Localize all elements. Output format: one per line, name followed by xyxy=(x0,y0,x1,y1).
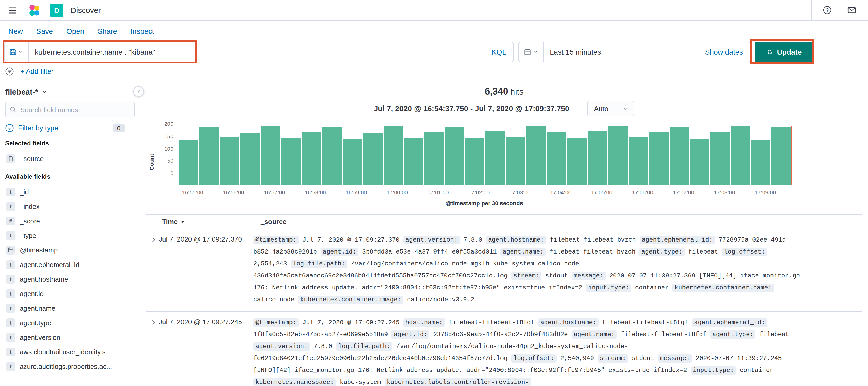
doc-timestamp: Jul 7, 2020 @ 17:09:27.245 xyxy=(159,316,253,386)
text-field-icon: t xyxy=(6,304,15,313)
histogram-bar-7[interactable] xyxy=(322,127,342,185)
text-field-icon: t xyxy=(6,274,15,284)
histogram-bar-2[interactable] xyxy=(220,137,239,185)
text-field-icon: t xyxy=(6,187,15,196)
calendar-menu-button[interactable] xyxy=(519,42,544,62)
expand-row-button[interactable] xyxy=(146,234,159,306)
histogram-bar-28[interactable] xyxy=(751,140,771,185)
collapse-sidebar-button[interactable] xyxy=(133,86,144,97)
field-item-azure.auditlogs.properties.ac...[interactable]: tazure.auditlogs.properties.ac... xyxy=(5,359,135,374)
nav-open-link[interactable]: Open xyxy=(66,27,84,35)
histogram-bar-15[interactable] xyxy=(486,131,505,185)
y-tick-50: 50 xyxy=(149,158,174,164)
field-item-_source[interactable]: _source xyxy=(5,151,135,166)
chevron-left-icon xyxy=(136,89,141,94)
x-tick-17:04:00: 17:04:00 xyxy=(550,189,571,195)
field-item-_score[interactable]: #_score xyxy=(5,213,135,228)
histogram-bar-12[interactable] xyxy=(424,132,444,185)
field-item-agent.type[interactable]: tagent.type xyxy=(5,315,135,330)
column-header-time[interactable]: Time xyxy=(162,218,260,226)
field-item-agent.hostname[interactable]: tagent.hostname xyxy=(5,272,135,286)
search-bar-row: kubernetes.container.name : "kibana" KQL… xyxy=(0,41,868,62)
show-dates-link[interactable]: Show dates xyxy=(705,48,750,56)
field-key-badge: agent.type: xyxy=(710,330,755,339)
histogram-bar-27[interactable] xyxy=(731,126,750,185)
histogram-bar-4[interactable] xyxy=(261,126,280,185)
histogram-bar-21[interactable] xyxy=(608,126,628,185)
histogram-chart[interactable]: Count 050100150200 16:55:0016:56:0016:57… xyxy=(146,118,862,209)
field-item-agent.name[interactable]: tagent.name xyxy=(5,301,135,315)
elastic-logo[interactable] xyxy=(26,2,42,19)
field-search xyxy=(5,102,135,117)
histogram-bar-26[interactable] xyxy=(710,132,730,185)
field-key-badge: stream: xyxy=(598,354,628,363)
search-icon xyxy=(9,106,17,113)
histogram-bar-10[interactable] xyxy=(383,126,403,185)
nav-save-link[interactable]: Save xyxy=(36,27,53,35)
field-item-_type[interactable]: t_type xyxy=(5,228,135,243)
query-language-button[interactable]: KQL xyxy=(484,48,514,56)
field-item-agent.id[interactable]: tagent.id xyxy=(5,286,135,301)
field-item-@timestamp[interactable]: @timestamp xyxy=(5,243,135,257)
table-row[interactable]: Jul 7, 2020 @ 17:09:27.370@timestamp: Ju… xyxy=(146,229,862,312)
nav-inspect-link[interactable]: Inspect xyxy=(130,27,154,35)
add-filter-link[interactable]: + Add filter xyxy=(20,67,54,75)
index-pattern-selector[interactable]: filebeat-* xyxy=(5,87,135,102)
histogram-bar-24[interactable] xyxy=(670,127,689,185)
field-search-input[interactable] xyxy=(5,102,135,117)
time-range-label[interactable]: Last 15 minutes xyxy=(544,48,705,56)
histogram-bar-29[interactable] xyxy=(772,127,791,185)
histogram-bar-23[interactable] xyxy=(649,132,669,185)
histogram-bar-8[interactable] xyxy=(343,139,362,185)
field-item-aws.cloudtrail.user_identity.s...[interactable]: taws.cloudtrail.user_identity.s... xyxy=(5,345,135,359)
refresh-icon xyxy=(766,48,774,56)
field-name: _source xyxy=(20,154,44,162)
field-item-_index[interactable]: t_index xyxy=(5,199,135,213)
feedback-button[interactable] xyxy=(846,4,858,16)
histogram-bar-0[interactable] xyxy=(179,140,198,185)
nav-new-link[interactable]: New xyxy=(8,27,23,35)
text-field-icon: t xyxy=(6,231,15,240)
histogram-bar-16[interactable] xyxy=(506,137,526,185)
histogram-bar-25[interactable] xyxy=(690,139,709,185)
date-field-icon xyxy=(6,245,15,254)
x-tick-16:57:00: 16:57:00 xyxy=(264,189,285,195)
histogram-bar-1[interactable] xyxy=(199,127,219,185)
histogram-bar-11[interactable] xyxy=(404,138,423,185)
page-title: Discover xyxy=(71,6,101,14)
field-key-badge: message: xyxy=(571,272,606,280)
fields-sidebar: filebeat-* Filter by type 0 Selected fie… xyxy=(0,81,141,386)
interval-select[interactable]: Auto xyxy=(587,101,634,116)
field-item-agent.ephemeral_id[interactable]: tagent.ephemeral_id xyxy=(5,257,135,272)
table-row[interactable]: Jul 7, 2020 @ 17:09:27.245@timestamp: Ju… xyxy=(146,312,862,386)
field-item-_id[interactable]: t_id xyxy=(5,184,135,199)
nav-share-link[interactable]: Share xyxy=(98,27,117,35)
field-item-agent.version[interactable]: tagent.version xyxy=(5,330,135,345)
histogram-bar-5[interactable] xyxy=(281,138,301,185)
y-tick-200: 200 xyxy=(149,121,174,127)
text-field-icon: t xyxy=(6,362,15,371)
histogram-bar-6[interactable] xyxy=(302,132,321,185)
histogram-bar-14[interactable] xyxy=(465,138,485,185)
source-doc-icon xyxy=(8,156,13,161)
histogram-bar-17[interactable] xyxy=(526,126,546,185)
histogram-bar-9[interactable] xyxy=(363,133,382,185)
text-field-icon: t xyxy=(6,333,15,342)
histogram-bar-3[interactable] xyxy=(240,133,260,185)
histogram-bar-18[interactable] xyxy=(547,132,566,185)
histogram-bar-22[interactable] xyxy=(629,137,648,185)
save-query-button[interactable] xyxy=(5,42,29,62)
histogram-bar-20[interactable] xyxy=(588,131,607,185)
histogram-bar-13[interactable] xyxy=(445,127,464,185)
filter-by-type-link[interactable]: Filter by type xyxy=(18,124,58,132)
query-input[interactable]: kubernetes.container.name : "kibana" xyxy=(29,48,484,56)
x-tick-17:08:00: 17:08:00 xyxy=(714,189,735,195)
expand-row-button[interactable] xyxy=(146,316,159,386)
menu-button[interactable] xyxy=(6,4,19,17)
histogram-bar-19[interactable] xyxy=(567,138,587,185)
column-header-source: _source xyxy=(260,218,862,226)
field-name: _index xyxy=(20,202,40,210)
x-tick-17:02:00: 17:02:00 xyxy=(468,189,490,195)
help-button[interactable]: ? xyxy=(821,4,833,16)
update-button[interactable]: Update xyxy=(755,41,813,62)
